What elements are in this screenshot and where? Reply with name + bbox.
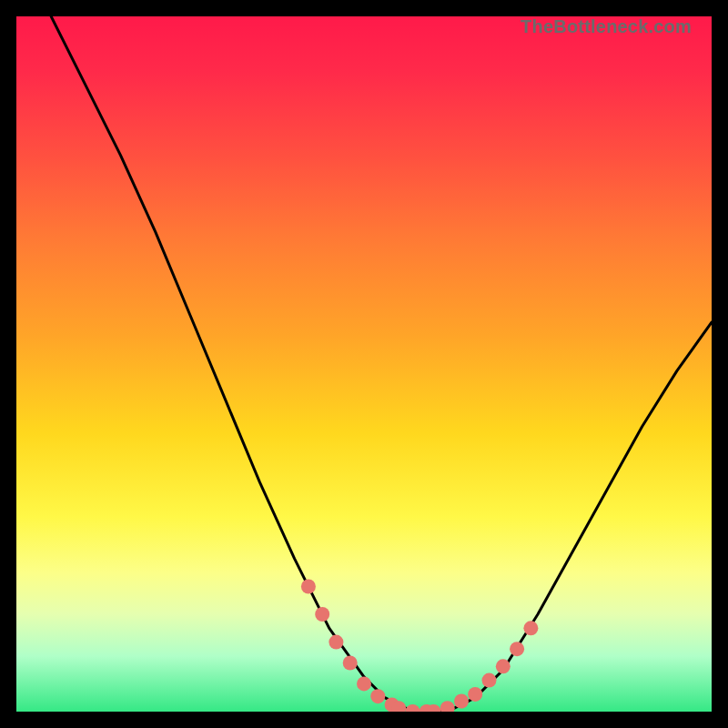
marker-point: [406, 704, 420, 712]
marker-point: [468, 687, 482, 702]
chart-frame: TheBottleneck.com: [0, 0, 728, 728]
marker-point: [440, 701, 455, 712]
marker-point: [343, 656, 358, 671]
marker-point: [301, 580, 316, 594]
marker-point: [357, 676, 371, 691]
curve-path: [51, 16, 712, 712]
attribution-text: TheBottleneck.com: [521, 16, 692, 37]
plot-area: TheBottleneck.com: [16, 16, 712, 712]
bottleneck-curve: [51, 16, 712, 712]
marker-point: [482, 673, 497, 688]
highlight-markers: [301, 580, 539, 713]
marker-point: [523, 621, 538, 635]
marker-point: [510, 642, 524, 656]
marker-point: [315, 607, 329, 622]
marker-point: [370, 689, 385, 703]
chart-svg: [16, 16, 712, 712]
marker-point: [496, 659, 511, 673]
marker-point: [329, 635, 343, 650]
marker-point: [454, 694, 469, 709]
